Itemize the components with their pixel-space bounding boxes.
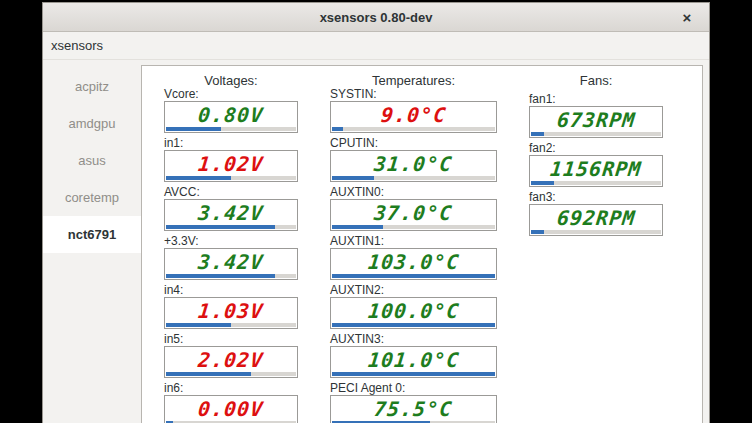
sensor-label: AUXTIN2: bbox=[330, 284, 497, 297]
sensor-label: AUXTIN1: bbox=[330, 235, 497, 248]
sensor-label: in5: bbox=[164, 333, 298, 346]
close-button[interactable]: × bbox=[677, 9, 697, 26]
sensor-cell: in5: 2.02V bbox=[164, 333, 298, 378]
sidebar-item-label: amdgpu bbox=[69, 116, 116, 131]
sensor-progress-fill bbox=[166, 372, 251, 376]
sensor-display: 692RPM bbox=[529, 204, 663, 236]
sensor-cell: SYSTIN: 9.0°C bbox=[330, 88, 497, 133]
chip-tab-list: acpitz amdgpu asus coretemp nct6791 bbox=[43, 60, 141, 423]
sensor-cell: in4: 1.03V bbox=[164, 284, 298, 329]
sensor-progress-track bbox=[531, 230, 661, 234]
sensor-progress-fill bbox=[166, 176, 231, 180]
sensor-display: 1.03V bbox=[164, 297, 298, 329]
column-header: Voltages: bbox=[164, 72, 298, 88]
sensor-progress-fill bbox=[166, 274, 275, 278]
sensor-progress-fill bbox=[531, 181, 554, 185]
sensor-label: SYSTIN: bbox=[330, 88, 497, 101]
sensor-progress-track bbox=[332, 127, 495, 131]
sidebar-item-label: acpitz bbox=[75, 79, 109, 94]
sensor-label: fan3: bbox=[529, 191, 663, 204]
sensor-display: 1.02V bbox=[164, 150, 298, 182]
main-area: Voltages: Vcore: 0.80V in1: 1.02V bbox=[141, 60, 709, 423]
sensor-progress-fill bbox=[332, 127, 343, 131]
sensor-cell: AUXTIN0: 37.0°C bbox=[330, 186, 497, 231]
temperatures-column: Temperatures: SYSTIN: 9.0°C CPUTIN: 3 bbox=[330, 72, 497, 423]
sensor-display: 2.02V bbox=[164, 346, 298, 378]
sensor-progress-track bbox=[531, 181, 661, 185]
sidebar-item-nct6791[interactable]: nct6791 bbox=[43, 216, 141, 253]
sensor-cell: AUXTIN2: 100.0°C bbox=[330, 284, 497, 329]
sensor-label: fan1: bbox=[529, 93, 663, 106]
sensor-label: AVCC: bbox=[164, 186, 298, 199]
window-title: xsensors 0.80-dev bbox=[320, 10, 433, 25]
sensor-cell: fan1: 673RPM bbox=[529, 93, 663, 138]
sensor-progress-track bbox=[531, 132, 661, 136]
sensor-progress-track bbox=[332, 274, 495, 278]
sensor-label: in6: bbox=[164, 382, 298, 395]
sensor-cell: fan2: 1156RPM bbox=[529, 142, 663, 187]
sensor-progress-fill bbox=[531, 132, 544, 136]
sensor-progress-track bbox=[166, 274, 296, 278]
column-header: Fans: bbox=[529, 72, 663, 93]
sensor-progress-track bbox=[332, 372, 495, 376]
sensor-cell: +3.3V: 3.42V bbox=[164, 235, 298, 280]
sensor-display: 1156RPM bbox=[529, 155, 663, 187]
sensor-cell: AUXTIN1: 103.0°C bbox=[330, 235, 497, 280]
sensor-progress-fill bbox=[531, 230, 544, 234]
sensor-progress-fill bbox=[166, 127, 221, 131]
sensor-progress-fill bbox=[332, 274, 495, 278]
fans-column: Fans: fan1: 673RPM fan2: 1156RPM bbox=[529, 72, 663, 423]
sidebar-item-acpitz[interactable]: acpitz bbox=[43, 68, 141, 105]
sidebar-item-label: coretemp bbox=[65, 190, 119, 205]
sensor-display: 75.5°C bbox=[330, 395, 497, 423]
xsensors-window: xsensors 0.80-dev × xsensors acpitz amdg… bbox=[42, 2, 710, 423]
sensor-progress-track bbox=[166, 225, 296, 229]
sidebar-item-label: nct6791 bbox=[68, 227, 116, 242]
sensor-display: 0.00V bbox=[164, 395, 298, 423]
sensor-label: AUXTIN0: bbox=[330, 186, 497, 199]
sensor-progress-track bbox=[332, 176, 495, 180]
sensor-label: in4: bbox=[164, 284, 298, 297]
sensor-cell: PECI Agent 0: 75.5°C bbox=[330, 382, 497, 423]
menubar-app-label[interactable]: xsensors bbox=[51, 38, 103, 53]
sensor-label: +3.3V: bbox=[164, 235, 298, 248]
sensor-progress-track bbox=[332, 323, 495, 327]
sidebar-item-coretemp[interactable]: coretemp bbox=[43, 179, 141, 216]
sensor-progress-track bbox=[166, 127, 296, 131]
sensor-cell: CPUTIN: 31.0°C bbox=[330, 137, 497, 182]
sidebar-item-amdgpu[interactable]: amdgpu bbox=[43, 105, 141, 142]
sensor-display: 3.42V bbox=[164, 248, 298, 280]
sensor-display: 100.0°C bbox=[330, 297, 497, 329]
menubar: xsensors bbox=[43, 32, 709, 60]
sensor-progress-track bbox=[166, 372, 296, 376]
sensor-progress-fill bbox=[166, 323, 231, 327]
titlebar[interactable]: xsensors 0.80-dev × bbox=[43, 3, 709, 32]
sidebar-item-asus[interactable]: asus bbox=[43, 142, 141, 179]
sensor-progress-fill bbox=[332, 176, 374, 180]
sensor-cell: in1: 1.02V bbox=[164, 137, 298, 182]
sensor-panel: Voltages: Vcore: 0.80V in1: 1.02V bbox=[141, 65, 703, 423]
sensor-display: 103.0°C bbox=[330, 248, 497, 280]
sensor-cell: AUXTIN3: 101.0°C bbox=[330, 333, 497, 378]
voltages-column: Voltages: Vcore: 0.80V in1: 1.02V bbox=[164, 72, 298, 423]
sensor-progress-track bbox=[332, 225, 495, 229]
content-area: acpitz amdgpu asus coretemp nct6791 bbox=[43, 60, 709, 423]
sensor-display: 31.0°C bbox=[330, 150, 497, 182]
screen: xsensors 0.80-dev × xsensors acpitz amdg… bbox=[0, 0, 752, 423]
sensor-progress-track bbox=[166, 176, 296, 180]
sensor-label: PECI Agent 0: bbox=[330, 382, 497, 395]
sensor-display: 37.0°C bbox=[330, 199, 497, 231]
sensor-display: 0.80V bbox=[164, 101, 298, 133]
sensor-label: in1: bbox=[164, 137, 298, 150]
sensor-progress-track bbox=[166, 323, 296, 327]
sensor-value: 75.5°C bbox=[373, 397, 454, 423]
sensor-display: 3.42V bbox=[164, 199, 298, 231]
sensor-label: CPUTIN: bbox=[330, 137, 497, 150]
sensor-progress-fill bbox=[332, 372, 495, 376]
sensor-value: 0.00V bbox=[197, 397, 265, 423]
sensor-progress-fill bbox=[332, 225, 383, 229]
sensor-label: Vcore: bbox=[164, 88, 298, 101]
column-header: Temperatures: bbox=[330, 72, 497, 88]
sidebar-item-label: asus bbox=[78, 153, 105, 168]
sensor-cell: Vcore: 0.80V bbox=[164, 88, 298, 133]
